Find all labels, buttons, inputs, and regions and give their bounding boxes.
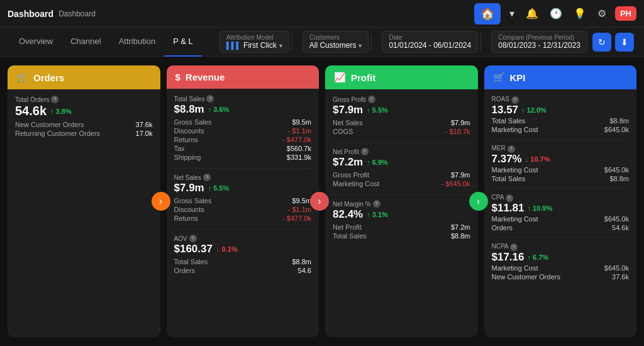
ncpa-value: $17.16 ↑ 6.7%: [492, 251, 630, 264]
tab-overview[interactable]: Overview: [10, 28, 62, 57]
customers-filter: Customers All Customers ▾: [303, 31, 369, 53]
download-button[interactable]: ⬇: [615, 33, 634, 52]
profit-card: 📈 Profit Gross Profit ? $7.9m ↑ 5.5% Net…: [325, 65, 478, 337]
tab-pl[interactable]: P & L: [164, 28, 202, 57]
attribution-filter: Attribution Model ▌▌▌ First Click ▾: [219, 31, 289, 53]
tax-row: Tax$560.7k: [174, 144, 312, 153]
cpa-block: CPA ? $11.81 ↑ 10.9% Marketing Cost$645.…: [492, 194, 630, 232]
home-button[interactable]: 🏠: [474, 3, 501, 25]
new-customer-row: New Customer Orders 37.6k: [15, 120, 153, 129]
total-orders-info[interactable]: ?: [51, 96, 58, 103]
net-profit-info[interactable]: ?: [361, 148, 369, 155]
cpa-info[interactable]: ?: [506, 194, 513, 202]
bulb-icon[interactable]: 💡: [571, 5, 589, 22]
aov-value: $160.37 ↓ 0.1%: [174, 243, 312, 255]
total-sales-label: Total Sales ?: [174, 95, 312, 103]
app-title: Dashboard: [8, 9, 53, 19]
kpi-icon: 🛒: [493, 72, 505, 83]
kpi-body: ROAS ? 13.57 ↑ 12.0% Total Sales$8.8m Ma…: [484, 89, 637, 337]
main-content: 🛒 Orders Total Orders ? 54.6k ↑ 3.8% New…: [0, 57, 644, 346]
orders-label: Orders: [33, 72, 64, 83]
net-margin-info[interactable]: ?: [373, 200, 380, 208]
returns-row: Returns- $477.0k: [174, 135, 312, 144]
filter-bar: Overview Channel Attribution P & L Attri…: [0, 28, 644, 57]
aov-info[interactable]: ?: [189, 235, 197, 242]
tab-attribution[interactable]: Attribution: [110, 28, 165, 57]
net-profit-label: Net Profit ?: [333, 148, 470, 155]
attribution-label: Attribution Model: [226, 34, 282, 41]
mer-value: 7.37% ↓ 10.7%: [492, 153, 630, 165]
total-sales-value: $8.8m ↑ 3.6%: [174, 103, 312, 116]
app-subtitle: Dashboard: [58, 9, 474, 18]
compare-filter: Compare (Previous Period) 08/01/2023 - 1…: [491, 31, 587, 53]
gross-profit-info[interactable]: ?: [368, 96, 375, 103]
compare-dropdown[interactable]: Compare (Previous Period) 08/01/2023 - 1…: [491, 31, 587, 53]
gross-sales-row: Gross Sales$9.5m: [174, 118, 312, 126]
aov-block: AOV ? $160.37 ↓ 0.1% Total Sales$8.8m Or…: [174, 235, 312, 275]
customers-label: Customers: [309, 34, 362, 41]
gear-icon[interactable]: ⚙: [595, 5, 609, 22]
aov-label: AOV ?: [174, 235, 312, 242]
kpi-label: KPI: [510, 72, 526, 83]
date-dropdown[interactable]: Date 01/01/2024 - 06/01/2024: [382, 31, 478, 53]
date-filter: Date 01/01/2024 - 06/01/2024: [382, 31, 478, 53]
kpi-header: 🛒 KPI: [484, 65, 637, 89]
ncpa-block: NCPA ? $17.16 ↑ 6.7% Marketing Cost$645.…: [492, 243, 630, 281]
clock-icon[interactable]: 🕐: [547, 5, 565, 22]
ncpa-info[interactable]: ?: [510, 243, 518, 251]
nav-icons: 🏠 ▾ 🔔 🕐 💡 ⚙ PH: [474, 3, 636, 25]
avatar: PH: [615, 6, 636, 21]
net-profit-block: Net Profit ? $7.2m ↑ 6.9% Gross Profit$7…: [333, 148, 470, 188]
revenue-label: Revenue: [186, 72, 225, 82]
net-sales-value: $7.9m ↑ 5.5%: [174, 182, 312, 194]
total-orders-change: ↑ 3.8%: [50, 108, 72, 115]
net-margin-label: Net Margin % ?: [333, 200, 470, 208]
returning-customer-row: Returning Customer Orders 17.0k: [15, 129, 153, 138]
total-orders-block: Total Orders ? 54.6k ↑ 3.8% New Customer…: [15, 96, 153, 138]
date-value: 01/01/2024 - 06/01/2024: [389, 41, 471, 50]
compare-label: Compare (Previous Period): [498, 34, 580, 41]
gross-profit-block: Gross Profit ? $7.9m ↑ 5.5% Net Sales$7.…: [333, 96, 470, 136]
date-label: Date: [389, 34, 471, 41]
orders-body: Total Orders ? 54.6k ↑ 3.8% New Customer…: [8, 89, 160, 337]
bell-icon[interactable]: 🔔: [523, 5, 541, 22]
net-sales-info[interactable]: ?: [203, 174, 211, 181]
profit-next-arrow[interactable]: ›: [469, 192, 488, 211]
customers-dropdown[interactable]: Customers All Customers ▾: [303, 31, 369, 53]
revenue-icon: $: [175, 72, 180, 82]
discounts-row: Discounts- $1.1m: [174, 126, 312, 135]
total-orders-label: Total Orders ?: [15, 96, 153, 103]
mer-info[interactable]: ?: [508, 145, 515, 153]
attribution-dropdown[interactable]: Attribution Model ▌▌▌ First Click ▾: [219, 31, 289, 53]
roas-label: ROAS ?: [492, 96, 630, 104]
profit-header: 📈 Profit: [325, 65, 478, 89]
cpa-value: $11.81 ↑ 10.9%: [492, 202, 630, 215]
revenue-next-arrow[interactable]: ›: [310, 192, 329, 211]
net-margin-block: Net Margin % ? 82.4% ↑ 3.1% Net Profit$7…: [333, 200, 470, 240]
roas-value: 13.57 ↑ 12.0%: [492, 104, 630, 116]
orders-card: 🛒 Orders Total Orders ? 54.6k ↑ 3.8% New…: [8, 65, 160, 337]
gross-profit-value: $7.9m ↑ 5.5%: [333, 104, 470, 116]
total-orders-value: 54.6k ↑ 3.8%: [15, 104, 153, 118]
revenue-body: Total Sales ? $8.8m ↑ 3.6% Gross Sales$9…: [167, 89, 319, 337]
tab-channel[interactable]: Channel: [62, 28, 109, 57]
refresh-button[interactable]: ↻: [592, 33, 611, 52]
total-sales-info[interactable]: ?: [206, 95, 214, 103]
net-profit-value: $7.2m ↑ 6.9%: [333, 156, 470, 169]
net-sales-label: Net Sales ?: [174, 174, 312, 181]
chevron-icon[interactable]: ▾: [507, 5, 517, 22]
profit-icon: 📈: [334, 72, 346, 83]
attribution-value: ▌▌▌ First Click ▾: [226, 41, 282, 50]
shipping-row: Shipping$331.9k: [174, 153, 312, 162]
roas-info[interactable]: ?: [511, 96, 519, 104]
mer-label: MER ?: [492, 145, 630, 153]
orders-icon: 🛒: [16, 72, 28, 83]
net-margin-value: 82.4% ↑ 3.1%: [333, 208, 470, 221]
compare-value: 08/01/2023 - 12/31/2023: [498, 41, 580, 50]
top-nav: Dashboard Dashboard 🏠 ▾ 🔔 🕐 💡 ⚙ PH: [0, 0, 644, 28]
revenue-card: $ Revenue Total Sales ? $8.8m ↑ 3.6% Gro…: [167, 65, 319, 337]
orders-next-arrow[interactable]: ›: [152, 192, 170, 211]
kpi-card: 🛒 KPI ROAS ? 13.57 ↑ 12.0% Total Sales$8…: [484, 65, 637, 337]
revenue-header: $ Revenue: [167, 65, 319, 89]
mer-block: MER ? 7.37% ↓ 10.7% Marketing Cost$645.0…: [492, 145, 630, 183]
